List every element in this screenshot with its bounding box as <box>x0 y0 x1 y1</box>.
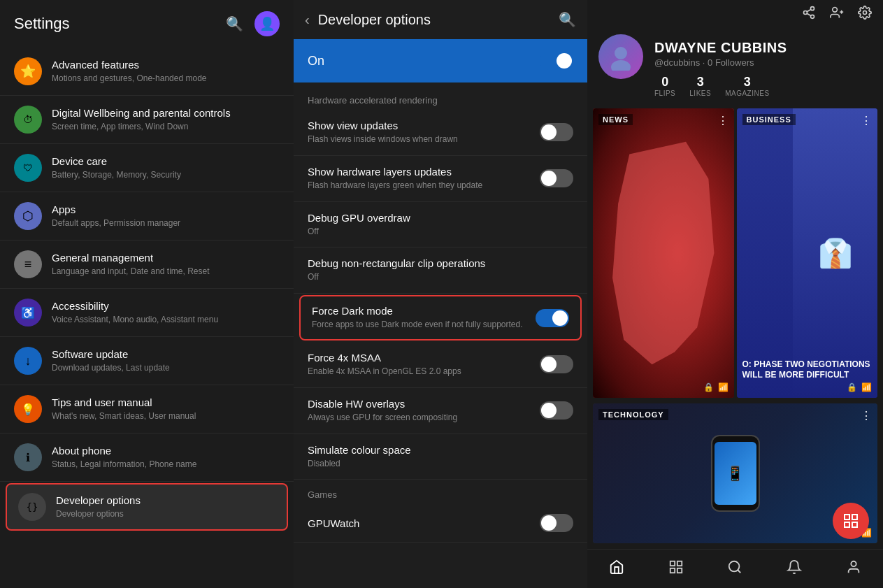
debug-gpu-overdraw-sublabel: Off <box>308 226 565 238</box>
fab-button[interactable] <box>833 503 869 539</box>
apps-icon: ⬡ <box>14 202 42 230</box>
disable-hw-overlays-sublabel: Always use GPU for screen compositing <box>308 412 531 424</box>
business-card-text: O: PHASE TWO NEGOTIATIONS WILL BE MORE D… <box>742 359 873 381</box>
tips-icon: 💡 <box>14 395 42 423</box>
hardware-section-header: Hardware accelerated rendering <box>294 85 587 110</box>
debug-non-rectangular-label: Debug non-rectangular clip operations <box>308 257 565 269</box>
nav-grid-icon[interactable] <box>663 557 689 581</box>
sidebar-item-advanced-features[interactable]: ⭐ Advanced features Motions and gestures… <box>0 48 294 96</box>
svg-point-8 <box>863 11 867 15</box>
settings-title: Settings <box>14 15 70 33</box>
debug-non-rectangular-sublabel: Off <box>308 271 565 283</box>
svg-point-21 <box>851 561 856 566</box>
svg-rect-12 <box>852 515 857 519</box>
dev-item-show-view-updates[interactable]: Show view updates Flash views inside win… <box>294 110 587 156</box>
likes-label: LIKES <box>689 89 711 97</box>
developer-options-icon: {} <box>18 493 46 521</box>
digital-wellbeing-icon: ⏱ <box>14 106 42 134</box>
nav-search-icon[interactable] <box>722 557 748 581</box>
sidebar-item-device-care[interactable]: 🛡 Device care Battery, Storage, Memory, … <box>0 144 294 192</box>
svg-point-0 <box>811 7 814 10</box>
flipboard-topbar <box>587 0 883 29</box>
sidebar-item-software-update[interactable]: ↓ Software update Download updates, Last… <box>0 337 294 385</box>
bottom-navigation <box>587 549 883 588</box>
on-toggle-row[interactable]: On <box>294 39 587 83</box>
nav-home-icon[interactable] <box>603 557 630 581</box>
svg-rect-14 <box>845 522 849 527</box>
dev-search-icon[interactable]: 🔍 <box>559 11 576 28</box>
svg-line-4 <box>807 9 811 11</box>
gpuwatch-toggle[interactable] <box>540 514 573 532</box>
about-phone-sublabel: Status, Legal information, Phone name <box>52 459 280 471</box>
settings-header-icons: 🔍 👤 <box>226 11 280 36</box>
profile-section: DWAYNE CUBBINS @dcubbins · 0 Followers 0… <box>587 29 883 106</box>
svg-rect-11 <box>845 515 849 519</box>
avatar <box>598 34 643 79</box>
tips-label: Tips and user manual <box>52 396 280 410</box>
dev-item-debug-non-rectangular[interactable]: Debug non-rectangular clip operations Of… <box>294 248 587 294</box>
share-icon[interactable] <box>802 6 816 23</box>
sidebar-item-apps[interactable]: ⬡ Apps Default apps, Permission manager <box>0 192 294 241</box>
force-4x-msaa-label: Force 4x MSAA <box>308 352 531 364</box>
sidebar-item-tips[interactable]: 💡 Tips and user manual What's new, Smart… <box>0 385 294 433</box>
on-label: On <box>308 54 324 69</box>
svg-point-5 <box>833 8 838 13</box>
dev-panel-header: ‹ Developer options 🔍 <box>294 0 587 39</box>
force-4x-msaa-toggle[interactable] <box>540 355 573 373</box>
about-phone-icon: ℹ <box>14 443 42 471</box>
business-card-menu[interactable]: ⋮ <box>861 114 872 127</box>
settings-icon[interactable] <box>858 6 872 23</box>
disable-hw-overlays-label: Disable HW overlays <box>308 398 531 410</box>
svg-point-1 <box>804 11 807 15</box>
dev-panel-title: Developer options <box>318 12 550 28</box>
about-phone-label: About phone <box>52 444 280 458</box>
dev-item-disable-hw-overlays[interactable]: Disable HW overlays Always use GPU for s… <box>294 388 587 434</box>
dev-item-simulate-colour-space[interactable]: Simulate colour space Disabled <box>294 434 587 480</box>
profile-handle: @dcubbins · 0 Followers <box>654 57 872 68</box>
nav-person-icon[interactable] <box>840 557 867 581</box>
sidebar-item-general-management[interactable]: ≡ General management Language and input,… <box>0 241 294 289</box>
tech-card-menu[interactable]: ⋮ <box>861 409 872 422</box>
force-dark-mode-toggle[interactable] <box>536 309 569 327</box>
show-hardware-layers-toggle[interactable] <box>540 169 573 187</box>
svg-rect-16 <box>677 561 682 566</box>
sidebar-item-accessibility[interactable]: ♿ Accessibility Voice Assistant, Mono au… <box>0 289 294 337</box>
dev-item-debug-gpu-overdraw[interactable]: Debug GPU overdraw Off <box>294 202 587 248</box>
settings-avatar[interactable]: 👤 <box>254 11 280 36</box>
back-button[interactable]: ‹ <box>305 12 310 28</box>
dev-item-force-4x-msaa[interactable]: Force 4x MSAA Enable 4x MSAA in OpenGL E… <box>294 342 587 388</box>
disable-hw-overlays-toggle[interactable] <box>540 401 573 420</box>
sidebar-item-about-phone[interactable]: ℹ About phone Status, Legal information,… <box>0 433 294 482</box>
news-card-menu[interactable]: ⋮ <box>717 114 728 127</box>
settings-panel: Settings 🔍 👤 ⭐ Advanced features Motions… <box>0 0 294 588</box>
content-grid-row1: NEWS ⋮ 🔒 📶 👔 BUSINESS ⋮ O: PHASE TWO NEG… <box>587 106 883 401</box>
sidebar-item-developer-options[interactable]: {} Developer options Developer options <box>6 483 288 531</box>
tips-sublabel: What's new, Smart ideas, User manual <box>52 411 280 422</box>
svg-rect-18 <box>670 568 675 573</box>
magazines-label: MAGAZINES <box>725 89 769 97</box>
sidebar-item-digital-wellbeing[interactable]: ⏱ Digital Wellbeing and parental control… <box>0 96 294 144</box>
settings-search-icon[interactable]: 🔍 <box>226 15 243 32</box>
debug-gpu-overdraw-label: Debug GPU overdraw <box>308 212 565 224</box>
developer-options-sublabel: Developer options <box>56 509 275 520</box>
dev-item-gpuwatch[interactable]: GPUWatch <box>294 504 587 543</box>
settings-header: Settings 🔍 👤 <box>0 0 294 48</box>
apps-sublabel: Default apps, Permission manager <box>52 218 280 229</box>
likes-count: 3 <box>689 75 711 89</box>
nav-bell-icon[interactable] <box>781 557 807 581</box>
show-view-updates-toggle[interactable] <box>540 123 573 141</box>
dev-item-force-dark-mode[interactable]: Force Dark mode Force apps to use Dark m… <box>299 295 582 340</box>
force-dark-mode-label: Force Dark mode <box>312 305 527 317</box>
developer-options-label: Developer options <box>56 494 275 508</box>
business-card[interactable]: 👔 BUSINESS ⋮ O: PHASE TWO NEGOTIATIONS W… <box>737 108 878 398</box>
wifi-icon: 📶 <box>718 382 728 392</box>
on-toggle[interactable] <box>540 52 573 70</box>
news-card[interactable]: NEWS ⋮ 🔒 📶 <box>593 108 734 398</box>
show-view-updates-label: Show view updates <box>308 120 531 131</box>
digital-wellbeing-sublabel: Screen time, App timers, Wind Down <box>52 122 280 133</box>
add-person-icon[interactable] <box>830 6 844 23</box>
dev-item-show-hardware-layers[interactable]: Show hardware layers updates Flash hardw… <box>294 156 587 202</box>
accessibility-label: Accessibility <box>52 299 280 313</box>
profile-name: DWAYNE CUBBINS <box>654 40 872 56</box>
dev-options-list: On Hardware accelerated rendering Show v… <box>294 39 587 588</box>
